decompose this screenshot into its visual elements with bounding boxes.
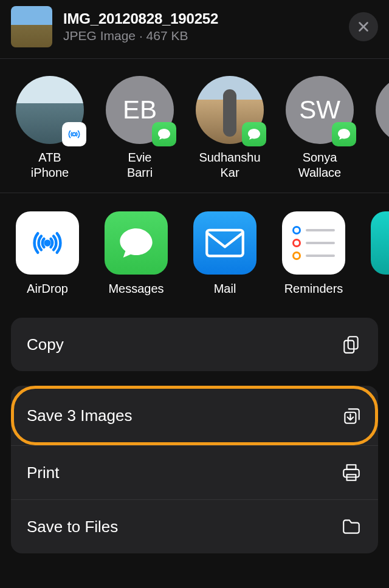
svg-point-1 xyxy=(44,239,50,246)
folder-icon xyxy=(340,516,362,538)
contact-name: ATBiPhone xyxy=(16,150,84,180)
contact-evie-barri[interactable]: EB EvieBarri xyxy=(106,76,174,180)
app-label: Mail xyxy=(193,282,256,296)
app-airdrop[interactable]: AirDrop xyxy=(16,211,79,296)
app-label: AirDrop xyxy=(16,282,79,296)
save-images-action[interactable]: Save 3 Images xyxy=(11,386,378,445)
action-label: Save to Files xyxy=(27,518,118,536)
airdrop-icon xyxy=(16,211,79,275)
print-action[interactable]: Print xyxy=(11,445,378,499)
contact-name: Le xyxy=(376,150,389,165)
download-icon xyxy=(340,405,362,426)
action-label: Print xyxy=(27,463,59,482)
share-apps-row[interactable]: AirDrop Messages Mail Reminders Lig xyxy=(0,193,389,310)
file-meta: JPEG Image · 467 KB xyxy=(63,29,338,43)
app-icon xyxy=(371,211,389,275)
contact-partial[interactable]: Le xyxy=(376,76,389,180)
file-name: IMG_20120828_190252 xyxy=(63,10,338,27)
svg-rect-3 xyxy=(348,337,358,349)
app-mail[interactable]: Mail xyxy=(193,211,256,296)
messages-icon xyxy=(105,211,168,275)
action-label: Copy xyxy=(27,335,64,354)
action-group: Copy xyxy=(11,318,378,371)
app-label: Messages xyxy=(105,282,168,296)
share-contacts-row[interactable]: ATBiPhone EB EvieBarri SudhanshuKar SW xyxy=(0,59,389,193)
close-button[interactable] xyxy=(349,12,378,41)
reminders-icon xyxy=(282,211,345,275)
messages-badge-icon xyxy=(242,122,266,146)
contact-name: SonyaWallace xyxy=(286,150,354,180)
contact-sonya-wallace[interactable]: SW SonyaWallace xyxy=(286,76,354,180)
save-to-files-action[interactable]: Save to Files xyxy=(11,499,378,553)
svg-rect-7 xyxy=(347,465,356,469)
file-thumbnail xyxy=(11,6,52,47)
app-messages[interactable]: Messages xyxy=(105,211,168,296)
contact-sudhanshu-kar[interactable]: SudhanshuKar xyxy=(196,76,264,180)
svg-point-0 xyxy=(72,132,75,135)
app-reminders[interactable]: Reminders xyxy=(282,211,345,296)
action-label: Save 3 Images xyxy=(27,406,132,425)
file-info: IMG_20120828_190252 JPEG Image · 467 KB xyxy=(63,10,338,43)
contact-name: SudhanshuKar xyxy=(196,150,264,180)
action-group: Save 3 Images Print Save to Files xyxy=(11,386,378,553)
close-icon xyxy=(357,20,370,33)
contact-atb-iphone[interactable]: ATBiPhone xyxy=(16,76,84,180)
avatar xyxy=(376,76,389,144)
messages-badge-icon xyxy=(152,122,176,146)
copy-icon xyxy=(340,333,362,355)
app-label: Lig xyxy=(371,282,389,296)
contact-name: EvieBarri xyxy=(106,150,174,180)
svg-rect-6 xyxy=(343,470,359,477)
svg-rect-2 xyxy=(207,230,243,256)
messages-badge-icon xyxy=(332,122,356,146)
copy-action[interactable]: Copy xyxy=(11,318,378,371)
app-label: Reminders xyxy=(282,282,345,296)
share-sheet-header: IMG_20120828_190252 JPEG Image · 467 KB xyxy=(0,0,389,58)
airdrop-badge-icon xyxy=(62,122,86,146)
printer-icon xyxy=(340,462,362,484)
app-partial[interactable]: Lig xyxy=(371,211,389,296)
svg-rect-4 xyxy=(344,341,354,353)
mail-icon xyxy=(193,211,256,275)
actions-list: Copy Save 3 Images Print Save to Files xyxy=(0,310,389,553)
